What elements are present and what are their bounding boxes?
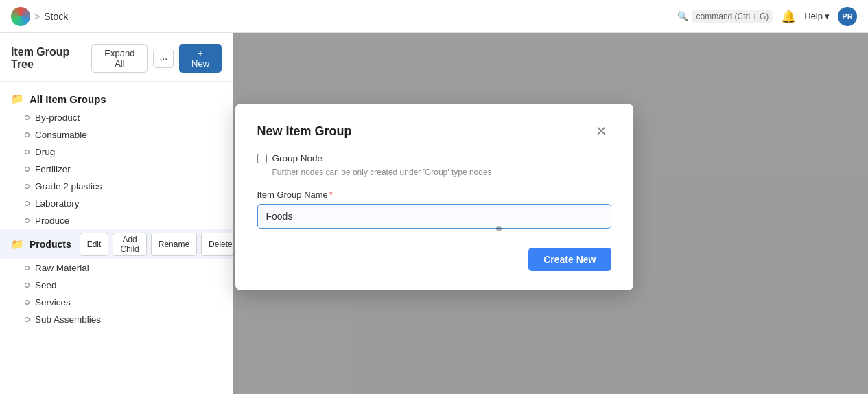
- search-area[interactable]: 🔍 command (Ctrl + G): [677, 10, 773, 23]
- modal-close-button[interactable]: ✕: [591, 123, 611, 139]
- topbar-left: > Stock: [11, 7, 68, 26]
- chevron-down-icon: ▾: [825, 11, 830, 21]
- group-node-checkbox[interactable]: [257, 154, 267, 163]
- dot-icon: [25, 266, 30, 270]
- dot-icon: [25, 132, 30, 137]
- group-node-label: Group Node: [272, 153, 323, 163]
- list-item[interactable]: Fertilizer: [0, 161, 233, 178]
- list-item[interactable]: Laboratory: [0, 195, 233, 212]
- list-item[interactable]: Grade 2 plastics: [0, 178, 233, 195]
- item-group-tree-sidebar: Item Group Tree Expand All ··· + New 📁 A…: [0, 33, 233, 394]
- new-item-group-button[interactable]: + New: [179, 44, 222, 73]
- modal-footer: Create New: [257, 248, 611, 271]
- topbar: > Stock 🔍 command (Ctrl + G) 🔔 Help ▾ PR: [0, 0, 868, 33]
- avatar[interactable]: PR: [838, 7, 857, 26]
- tree-leaf-label: By-product: [35, 113, 80, 123]
- tree-actions: Expand All ··· + New: [91, 44, 222, 73]
- tree-leaf-label: Seed: [35, 280, 57, 290]
- tree-leaf-label: Services: [35, 297, 71, 308]
- tree-root-all-item-groups[interactable]: 📁 All Item Groups: [0, 89, 233, 109]
- dot-icon: [25, 167, 30, 172]
- delete-button[interactable]: Delete: [201, 233, 233, 256]
- expand-all-button[interactable]: Expand All: [91, 44, 148, 73]
- rename-button[interactable]: Rename: [151, 233, 197, 256]
- search-shortcut: command (Ctrl + G): [692, 10, 773, 23]
- list-item[interactable]: Sub Assemblies: [0, 311, 233, 328]
- dot-icon: [25, 317, 30, 322]
- create-new-button[interactable]: Create New: [528, 248, 611, 271]
- list-item[interactable]: Produce: [0, 212, 233, 229]
- dot-icon: [25, 115, 30, 120]
- folder-icon: 📁: [11, 238, 24, 251]
- list-item[interactable]: Drug: [0, 143, 233, 161]
- new-item-group-modal: New Item Group ✕ Group Node Further node…: [235, 104, 633, 290]
- add-child-button[interactable]: Add Child: [113, 233, 146, 256]
- modal-title: New Item Group: [257, 124, 352, 139]
- breadcrumb-stock[interactable]: Stock: [44, 11, 68, 22]
- tree-leaf-label: Consumable: [35, 130, 87, 140]
- help-button[interactable]: Help ▾: [804, 11, 830, 21]
- tree-leaf-label: Raw Material: [35, 263, 89, 273]
- dot-icon: [25, 218, 30, 223]
- group-node-help: Further nodes can be only created under …: [257, 167, 611, 177]
- tree-products-row[interactable]: 📁 Products Edit Add Child Rename Delete: [0, 229, 233, 259]
- dot-icon: [25, 201, 30, 206]
- tree-body: 📁 All Item Groups By-product Consumable …: [0, 82, 233, 335]
- folder-icon: 📁: [11, 93, 24, 105]
- list-item[interactable]: Consumable: [0, 126, 233, 143]
- tree-leaf-label: Drug: [35, 147, 55, 157]
- breadcrumb-separator: >: [34, 11, 40, 22]
- search-icon: 🔍: [677, 11, 688, 21]
- product-actions: Edit Add Child Rename Delete: [80, 233, 233, 256]
- dot-icon: [25, 300, 30, 305]
- list-item[interactable]: By-product: [0, 109, 233, 126]
- group-node-row: Group Node: [257, 153, 611, 163]
- products-label: Products: [30, 239, 71, 250]
- list-item[interactable]: Raw Material: [0, 259, 233, 277]
- item-group-name-input[interactable]: [257, 204, 611, 229]
- item-group-name-label: Item Group Name*: [257, 189, 611, 200]
- tree-leaf-label: Produce: [35, 216, 69, 226]
- edit-button[interactable]: Edit: [80, 233, 109, 256]
- tree-title: Item Group Tree: [11, 46, 91, 71]
- tree-leaf-label: Grade 2 plastics: [35, 181, 102, 192]
- tree-header: Item Group Tree Expand All ··· + New: [0, 44, 233, 82]
- modal-header: New Item Group ✕: [257, 123, 611, 139]
- dot-icon: [25, 184, 30, 189]
- more-options-button[interactable]: ···: [153, 49, 174, 68]
- all-item-groups-label: All Item Groups: [30, 93, 106, 105]
- tree-leaf-label: Fertilizer: [35, 164, 71, 174]
- dot-icon: [25, 150, 30, 154]
- required-star: *: [329, 189, 333, 200]
- tree-leaf-label: Laboratory: [35, 198, 80, 209]
- tree-leaf-label: Sub Assemblies: [35, 314, 101, 325]
- list-item[interactable]: Services: [0, 294, 233, 311]
- dot-icon: [25, 283, 30, 288]
- app-logo-icon[interactable]: [11, 7, 30, 26]
- notification-icon[interactable]: 🔔: [781, 9, 796, 24]
- list-item[interactable]: Seed: [0, 277, 233, 294]
- topbar-right: 🔍 command (Ctrl + G) 🔔 Help ▾ PR: [677, 7, 857, 26]
